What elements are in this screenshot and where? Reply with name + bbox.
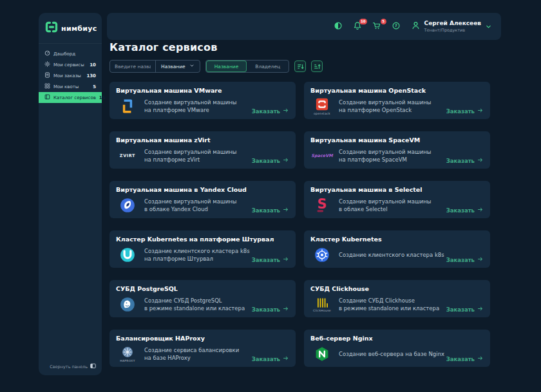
toggle-label: Владелец — [255, 64, 280, 70]
service-card-description: Создание СУБД PostgreSQL в режиме standa… — [144, 297, 245, 313]
filter-toggle-owner[interactable]: Владелец — [247, 61, 289, 72]
arrow-right-icon — [477, 355, 483, 362]
collapse-panel-icon — [90, 363, 96, 370]
order-label: Заказать — [252, 306, 280, 313]
collapse-panel-label: Свернуть панель — [50, 364, 88, 369]
selectel-logo-icon: S — [310, 196, 334, 215]
service-card-postgresql: СУБД PostgreSQL Создание СУБД PostgreSQL… — [109, 280, 296, 317]
document-icon — [44, 72, 50, 79]
service-card-description: Создание клиентского кластера k8s на пла… — [144, 247, 250, 263]
openstack-logo-icon: openstack — [310, 97, 334, 116]
top-bar: 10 5 ? Сергей Алексеев Тенант/Продуктив — [107, 13, 501, 40]
sort-asc-button[interactable] — [311, 61, 323, 72]
order-link[interactable]: Заказать — [252, 157, 289, 164]
sidebar-item-count: 15 — [99, 95, 106, 100]
sidebar-item-count: 10 — [90, 62, 96, 68]
service-card-title: Виртуальная машина zVirt — [116, 136, 289, 144]
service-card-title: Виртуальная машина в Selectel — [310, 186, 484, 193]
order-label: Заказать — [446, 207, 475, 214]
sidebar-item-my-quotas[interactable]: Мои квоты 5 — [39, 81, 102, 92]
arrow-right-icon — [283, 355, 289, 362]
help-button[interactable]: ? — [392, 22, 401, 32]
order-link[interactable]: Заказать — [446, 256, 483, 263]
cart-button[interactable]: 5 — [372, 22, 382, 32]
service-card-description: Создание виртуальной машины на платформе… — [339, 98, 432, 115]
sort-desc-icon — [297, 61, 304, 73]
sidebar-item-dashboard[interactable]: Дашборд — [39, 48, 102, 59]
search-field-value: Название — [161, 64, 185, 70]
search-group: Название — [109, 60, 200, 73]
notifications-badge: 10 — [359, 19, 367, 24]
user-menu[interactable]: Сергей Алексеев Тенант/Продуктив — [411, 20, 492, 32]
sidebar-item-service-catalog[interactable]: Каталог сервисов 15 — [39, 92, 102, 103]
service-card-description: Создание веб-сервера на базе Nginx — [339, 350, 444, 358]
service-card-title: Виртуальная машина VMware — [116, 87, 289, 94]
toggle-label: Название — [214, 64, 239, 70]
order-link[interactable]: Заказать — [252, 306, 289, 313]
order-label: Заказать — [252, 108, 280, 115]
arrow-right-icon — [283, 207, 289, 214]
service-card-description: Создание виртуальной машины на платформе… — [144, 148, 237, 164]
clickhouse-logo-text: ClickHouse — [313, 309, 331, 312]
service-card-title: СУБД Clickhouse — [310, 285, 484, 292]
service-card-spacevm: Виртуальная машина SpaceVM SpaceVM Созда… — [304, 131, 490, 169]
order-link[interactable]: Заказать — [252, 355, 289, 362]
sidebar-item-label: Дашборд — [53, 51, 75, 57]
spacevm-logo-icon: SpaceVM — [310, 146, 334, 165]
service-card-description: Создание виртуальной машины на платформе… — [144, 98, 237, 115]
sidebar-item-my-services[interactable]: Мои сервисы 10 — [39, 59, 102, 70]
order-link[interactable]: Заказать — [446, 207, 483, 214]
notifications-button[interactable]: 10 — [353, 22, 363, 32]
order-link[interactable]: Заказать — [446, 107, 483, 115]
sidebar: нимбиус Дашборд Мои сервисы 10 Мои заказ… — [39, 13, 102, 375]
search-field-select[interactable]: Название — [155, 61, 200, 72]
nginx-logo-icon — [310, 344, 334, 364]
order-link[interactable]: Заказать — [446, 306, 483, 313]
service-card-description: Создание виртуальной машины на платформе… — [339, 148, 432, 164]
service-card-grid: Виртуальная машина VMware Создание вирту… — [109, 82, 490, 367]
svg-text:?: ? — [395, 23, 397, 28]
service-card-kubernetes-shturval: Кластер Kubernetes на платформе Штурвал … — [109, 230, 296, 268]
arrow-right-icon — [477, 306, 483, 313]
sidebar-item-my-orders[interactable]: Мои заказы 130 — [39, 70, 102, 81]
cart-badge: 5 — [381, 19, 386, 24]
app-name: нимбиус — [61, 24, 97, 33]
service-card-nginx: Веб-сервер Nginx Создание веб-сервера на… — [304, 330, 490, 367]
sidebar-item-label: Каталог сервисов — [53, 95, 96, 100]
haproxy-logo-text: HAPROXY — [120, 359, 135, 362]
zvirt-logo-icon: ZVIRT — [116, 146, 139, 165]
collapse-panel-button[interactable]: Свернуть панель — [50, 363, 96, 370]
service-card-description: Создание сервиса балансировки на базе HA… — [144, 346, 239, 362]
order-label: Заказать — [446, 257, 475, 263]
contrast-icon — [334, 21, 343, 33]
order-link[interactable]: Заказать — [446, 157, 483, 164]
order-link[interactable]: Заказать — [446, 355, 483, 362]
main-content: Каталог сервисов Название Название Владе… — [109, 41, 490, 367]
postgresql-logo-icon — [116, 295, 139, 314]
arrow-right-icon — [283, 107, 289, 115]
order-label: Заказать — [252, 207, 280, 214]
logo[interactable]: нимбиус — [39, 13, 102, 44]
service-card-description: Создание виртуальной машины в облаке Sel… — [339, 198, 432, 214]
dashboard-icon — [44, 50, 50, 57]
user-role: Тенант/Продуктив — [424, 28, 481, 33]
sort-desc-button[interactable] — [294, 61, 306, 72]
order-label: Заказать — [252, 257, 280, 263]
arrow-right-icon — [477, 107, 483, 115]
catalog-icon — [44, 94, 50, 101]
theme-toggle-button[interactable] — [334, 22, 343, 32]
service-card-title: Кластер Kubernetes на платформе Штурвал — [116, 236, 289, 243]
order-label: Заказать — [252, 158, 280, 164]
help-icon: ? — [392, 21, 401, 33]
order-link[interactable]: Заказать — [252, 256, 289, 263]
order-link[interactable]: Заказать — [252, 107, 289, 115]
order-link[interactable]: Заказать — [252, 207, 289, 214]
order-label: Заказать — [446, 306, 475, 313]
grid-icon — [44, 83, 50, 90]
search-input[interactable] — [110, 61, 155, 72]
openstack-logo-text: openstack — [314, 112, 330, 115]
filter-toggle-name[interactable]: Название — [206, 61, 247, 72]
shturval-logo-icon — [116, 245, 139, 265]
service-card-title: СУБД PostgreSQL — [116, 285, 289, 292]
service-card-description: Создание СУБД Clickhouse в режиме standa… — [339, 297, 439, 313]
